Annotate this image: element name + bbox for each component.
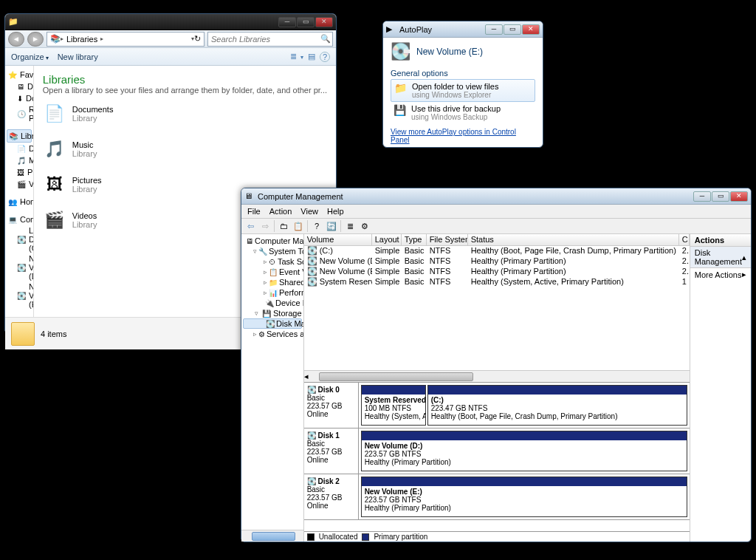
maximize-button[interactable]: ▭ — [297, 17, 315, 27]
nav-documents[interactable]: 📄Documents — [7, 143, 32, 154]
nav-music[interactable]: 🎵Music — [7, 154, 32, 166]
tree-shared[interactable]: ▹📁Shared Folders — [243, 277, 302, 287]
nav-desktop[interactable]: 🖥Desktop — [7, 81, 32, 92]
folder-icon — [11, 322, 35, 346]
toolbar: Organize▾ New library ≣ ▾ ▤ ? — [5, 48, 336, 66]
partition[interactable]: (C:)223.47 GB NTFSHealthy (Boot, Page Fi… — [427, 385, 687, 426]
forward-button[interactable]: ⇨ — [259, 220, 271, 232]
explorer-titlebar[interactable]: 📁 ─ ▭ ✕ — [5, 14, 336, 30]
network-group[interactable]: 🌐Network — [7, 315, 32, 317]
volume-row[interactable]: 💽 System ReservedSimpleBasicNTFSHealthy … — [304, 277, 690, 287]
actions-disk-mgmt[interactable]: Disk Management▴ — [690, 247, 751, 268]
library-icon: 🎬 — [43, 208, 66, 232]
window-title: Computer Management — [258, 192, 343, 201]
back-button[interactable]: ◄ — [8, 32, 24, 47]
menu-action[interactable]: Action — [269, 207, 292, 216]
disk-row: 💽 Disk 0Basic223.57 GBOnlineSystem Reser… — [304, 383, 690, 428]
close-button[interactable]: ✕ — [730, 191, 748, 202]
refresh-icon[interactable]: ↻ — [194, 34, 201, 44]
minimize-button[interactable]: ─ — [693, 191, 711, 202]
autoplay-option[interactable]: 💾Use this drive for backupusing Windows … — [391, 102, 535, 123]
horiz-scrollbar[interactable]: ◂ — [304, 370, 690, 382]
preview-pane-button[interactable]: ▤ — [308, 52, 315, 62]
nav-vol-e[interactable]: 💽New Volume (E:) — [7, 281, 32, 310]
volume-row[interactable]: 💽 New Volume (D:)SimpleBasicNTFSHealthy … — [304, 256, 690, 267]
partition[interactable]: New Volume (E:)223.57 GB NTFSHealthy (Pr… — [361, 477, 687, 517]
computer-group[interactable]: 💻Computer — [7, 214, 32, 225]
properties-button[interactable]: 📋 — [292, 220, 304, 232]
forward-button[interactable]: ► — [27, 32, 44, 47]
disk-row: 💽 Disk 1Basic223.57 GBOnlineNew Volume (… — [304, 428, 690, 474]
actions-more[interactable]: More Actions▸ — [690, 268, 751, 281]
nav-pictures[interactable]: 🖼Pictures — [7, 166, 32, 178]
computer-management-window: 🖥 Computer Management ─ ▭ ✕ File Action … — [241, 188, 752, 542]
tree-event[interactable]: ▹📋Event Viewer — [243, 267, 302, 277]
refresh-button[interactable]: 🔄 — [326, 220, 337, 232]
help-button[interactable]: ? — [311, 220, 323, 232]
menu-file[interactable]: File — [247, 207, 261, 216]
menu-help[interactable]: Help — [327, 207, 344, 216]
search-icon[interactable]: 🔍 — [319, 34, 332, 44]
new-library-button[interactable]: New library — [58, 52, 98, 61]
address-bar[interactable]: 📚 ▸ Libraries ▸ ▾ ↻ — [47, 32, 205, 47]
volume-headers[interactable]: Volume Layout Type File System Status C — [304, 234, 690, 246]
maximize-button[interactable]: ▭ — [712, 191, 729, 202]
item-count: 4 items — [41, 329, 66, 338]
computer-icon: 💻 — [8, 214, 17, 225]
disk-label[interactable]: 💽 Disk 1Basic223.57 GBOnline — [304, 428, 359, 474]
nav-local-c[interactable]: 💽Local Disk (C:) — [7, 225, 32, 253]
menu-view[interactable]: View — [300, 207, 318, 216]
volume-row[interactable]: 💽 (C:)SimpleBasicNTFSHealthy (Boot, Page… — [304, 246, 690, 256]
toolbar: ⇦ ⇨ 🗀 📋 ? 🔄 ≣ ⚙ — [241, 218, 751, 234]
volume-row[interactable]: 💽 New Volume (E:)SimpleBasicNTFSHealthy … — [304, 267, 690, 277]
tree-perf[interactable]: ▹📊Performance — [243, 287, 302, 298]
tree-root[interactable]: 🖥Computer Management (Local — [243, 236, 302, 246]
tree-storage[interactable]: ▿💾Storage — [243, 308, 302, 318]
minimize-button[interactable]: ─ — [278, 17, 296, 27]
tree-devmgr[interactable]: 🔌Device Manager — [243, 298, 302, 308]
nav-recent[interactable]: 🕓Recent Places — [7, 104, 32, 123]
favorites-group[interactable]: ⭐Favorites — [7, 69, 32, 81]
tree-systools[interactable]: ▿🔧System Tools — [243, 246, 302, 256]
help-button[interactable]: ? — [320, 52, 330, 62]
libraries-icon: 📚 — [9, 131, 18, 141]
page-subtitle: Open a library to see your files and arr… — [43, 86, 327, 95]
nav-downloads[interactable]: ⬇Downloads — [7, 92, 32, 104]
partition[interactable]: New Volume (D:)223.57 GB NTFSHealthy (Pr… — [361, 431, 687, 471]
back-button[interactable]: ⇦ — [244, 220, 256, 232]
close-button[interactable]: ✕ — [522, 24, 540, 35]
breadcrumb[interactable]: Libraries — [63, 35, 100, 44]
tree-diskmgmt[interactable]: 💽Disk Management — [243, 318, 302, 329]
nav-videos[interactable]: 🎬Videos — [7, 178, 32, 190]
section-label: General options — [391, 69, 535, 78]
network-icon: 🌐 — [8, 316, 17, 317]
partition[interactable]: System Reserved100 MB NTFSHealthy (Syste… — [361, 385, 426, 426]
up-button[interactable]: 🗀 — [278, 220, 289, 232]
tree-services[interactable]: ▹⚙Services and Applications — [243, 329, 302, 339]
disk-label[interactable]: 💽 Disk 2Basic223.57 GBOnline — [304, 474, 359, 519]
library-item[interactable]: 📄DocumentsLibrary — [43, 102, 327, 126]
disk-label[interactable]: 💽 Disk 0Basic223.57 GBOnline — [304, 383, 359, 428]
library-icon: 🎵 — [43, 137, 66, 161]
organize-button[interactable]: Organize▾ — [11, 52, 49, 61]
library-item[interactable]: 🎵MusicLibrary — [43, 137, 327, 161]
autoplay-option[interactable]: 📁Open folder to view filesusing Windows … — [391, 79, 535, 102]
cm-titlebar[interactable]: 🖥 Computer Management ─ ▭ ✕ — [241, 188, 751, 205]
option-icon: 📁 — [394, 82, 408, 94]
tree-scrollbar[interactable] — [241, 530, 303, 542]
list-button[interactable]: ≣ — [344, 220, 356, 232]
search-input[interactable] — [208, 35, 319, 44]
search-box[interactable]: 🔍 — [207, 32, 333, 47]
view-button[interactable]: ≣ ▾ — [290, 52, 303, 62]
libraries-group[interactable]: 📚Libraries — [7, 129, 32, 143]
more-options-link[interactable]: View more AutoPlay options in Control Pa… — [391, 128, 535, 144]
autoplay-titlebar[interactable]: ▶ AutoPlay ─ ▭ ✕ — [383, 21, 543, 38]
nav-vol-d[interactable]: 💽New Volume (D:) — [7, 253, 32, 281]
settings-button[interactable]: ⚙ — [359, 220, 371, 232]
maximize-button[interactable]: ▭ — [504, 24, 521, 35]
legend: Unallocated Primary partition — [304, 531, 690, 542]
tree-task[interactable]: ▹⏲Task Scheduler — [243, 256, 302, 267]
homegroup[interactable]: 👥Homegroup — [7, 196, 32, 208]
close-button[interactable]: ✕ — [315, 17, 333, 27]
minimize-button[interactable]: ─ — [485, 24, 503, 35]
